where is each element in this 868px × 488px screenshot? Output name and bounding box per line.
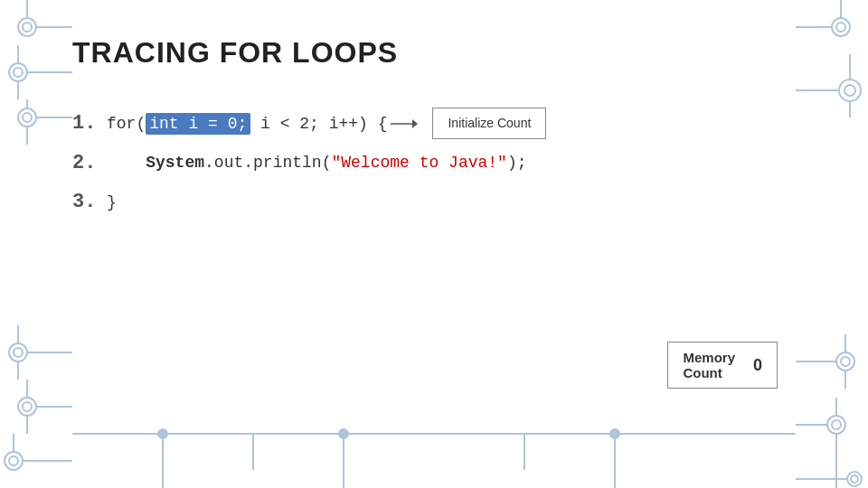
svg-point-43 [832, 420, 841, 429]
circuit-bottom-decoration [72, 416, 796, 488]
circuit-right-decoration [796, 0, 868, 488]
memory-count-content: Memory Count 0 [683, 350, 762, 380]
svg-point-56 [158, 429, 167, 438]
code-line-3: 3. } [72, 184, 796, 221]
line-num-2: 2. [72, 145, 99, 182]
svg-point-37 [836, 352, 854, 371]
svg-point-0 [18, 18, 36, 36]
line-num-1: 1. [72, 106, 99, 142]
memory-count-box: Memory Count 0 [667, 342, 778, 389]
svg-point-4 [9, 63, 27, 81]
code-block: 1. for(int i = 0; i < 2; i++) { Initiali… [72, 106, 796, 221]
circuit-left-decoration [0, 0, 72, 488]
code-rest-1: i < 2; i++) { [250, 115, 387, 133]
svg-point-47 [847, 472, 862, 486]
svg-point-33 [844, 85, 855, 96]
svg-point-14 [9, 343, 27, 361]
svg-point-5 [14, 68, 23, 77]
svg-point-58 [610, 429, 619, 438]
memory-count-labels: Memory Count [683, 350, 735, 380]
code-line-1-content: for(int i = 0; i < 2; i++) { [107, 109, 387, 138]
code-line-2: 2. System.out.println("Welcome to Java!"… [72, 145, 796, 182]
code-line-2-content: System.out.println("Welcome to Java!"); [107, 148, 527, 177]
svg-point-9 [18, 108, 36, 127]
svg-point-25 [9, 456, 18, 465]
svg-point-19 [18, 398, 36, 416]
svg-point-42 [827, 416, 845, 434]
svg-marker-60 [412, 119, 418, 128]
svg-point-20 [23, 402, 32, 411]
memory-label-line2: Count [683, 365, 735, 380]
svg-point-15 [14, 348, 23, 357]
line-num-3: 3. [72, 184, 99, 221]
page-title: TRACING FOR LOOPS [72, 36, 796, 70]
memory-count-value: 0 [753, 356, 762, 375]
svg-point-24 [5, 452, 23, 470]
code-line-1: 1. for(int i = 0; i < 2; i++) { Initiali… [72, 106, 796, 142]
code-line-3-content: } [107, 188, 117, 217]
for-keyword: for( [107, 115, 146, 133]
svg-point-10 [23, 113, 32, 122]
arrow-icon [391, 115, 418, 133]
svg-point-1 [23, 23, 32, 32]
highlight-init: int i = 0; [146, 113, 250, 135]
svg-point-32 [839, 80, 861, 101]
svg-point-48 [851, 475, 858, 483]
svg-point-57 [339, 429, 348, 438]
memory-label-line1: Memory [683, 350, 735, 365]
svg-point-38 [841, 357, 850, 366]
svg-point-29 [836, 23, 845, 32]
initialize-count-box: Initialize Count [432, 108, 546, 139]
svg-point-28 [832, 18, 850, 36]
